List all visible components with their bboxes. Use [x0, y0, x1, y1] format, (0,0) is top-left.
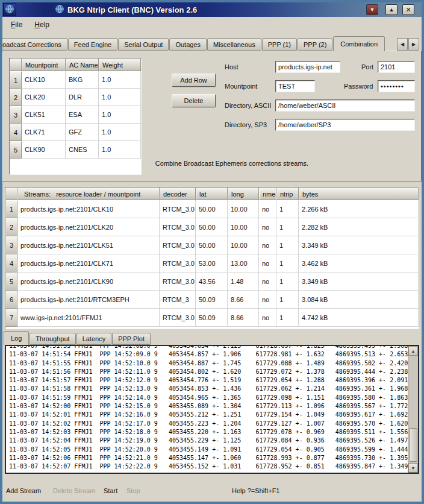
- cell-source: products.igs-ip.net:2101/CLK20: [17, 218, 160, 236]
- column-header-weight[interactable]: Weight: [99, 58, 141, 71]
- column-header-mountpoint[interactable]: Mountpoint: [22, 58, 66, 71]
- scrollbar-thumb[interactable]: [409, 428, 417, 462]
- log-line: 11-03-07 14:51:58 FFMJ1 PPP 14:52:13.0 9…: [9, 385, 408, 393]
- cell-ac-name: GFZ: [66, 124, 99, 141]
- streams-table[interactable]: Streams: resource loader / mountpoint de…: [5, 187, 419, 329]
- combination-panel: Mountpoint AC Name Weight 1 CLK10 BKG 1.…: [2, 51, 422, 181]
- cell-ntrip: 1: [276, 200, 299, 218]
- tab-broadcast-corrections[interactable]: Broadcast Corrections: [0, 38, 67, 51]
- port-input[interactable]: 2101: [378, 61, 415, 73]
- column-header-bytes[interactable]: bytes: [299, 187, 419, 200]
- combination-note: Combine Broadcast Ephemeris corrections …: [111, 160, 352, 167]
- tab-feed-engine[interactable]: Feed Engine: [68, 38, 117, 51]
- host-input[interactable]: products.igs-ip.net: [275, 61, 340, 73]
- tab-log[interactable]: Log: [4, 331, 29, 345]
- close-button[interactable]: ✕: [402, 4, 414, 15]
- table-row[interactable]: 5 CLK90 CNES 1.0: [10, 141, 141, 159]
- table-row[interactable]: 7 www.igs-ip.net:2101/FFMJ1 RTCM_3.0 50.…: [5, 309, 419, 327]
- cell-source: products.igs-ip.net:2101/CLK90: [17, 272, 160, 291]
- combination-table[interactable]: Mountpoint AC Name Weight 1 CLK10 BKG 1.…: [9, 58, 142, 175]
- table-row[interactable]: 5 products.igs-ip.net:2101/CLK90 RTCM_3.…: [5, 272, 419, 291]
- minimize-icon: ▼: [370, 7, 375, 13]
- cell-bytes: 3.462 kB: [299, 254, 419, 272]
- table-row[interactable]: 4 CLK71 GFZ 1.0: [10, 124, 141, 141]
- tab-latency[interactable]: Latency: [76, 333, 112, 345]
- log-line: 11-03-07 14:51:55 FFMJ1 PPP 14:52:10.0 9…: [9, 359, 408, 368]
- cell-weight: 1.0: [99, 89, 141, 106]
- cell-source: products.igs-ip.net:2101/CLK10: [17, 200, 160, 218]
- directory-ascii-input[interactable]: /home/weber/ASCII: [275, 99, 415, 112]
- cell-mountpoint: CLK10: [22, 71, 66, 89]
- minimize-button[interactable]: ▼: [366, 4, 378, 15]
- tab-outages[interactable]: Outages: [169, 38, 207, 51]
- maximize-button[interactable]: ▲: [385, 4, 398, 15]
- add-row-button[interactable]: Add Row: [172, 74, 216, 87]
- system-menu-button[interactable]: [3, 3, 16, 16]
- mountpoint-input[interactable]: TEST: [275, 80, 315, 92]
- table-row[interactable]: 1 CLK10 BKG 1.0: [10, 71, 141, 89]
- cell-decoder: RTCM_3.0: [160, 309, 196, 327]
- add-stream-button[interactable]: Add Stream: [6, 486, 41, 496]
- password-input[interactable]: ••••••••: [378, 80, 415, 92]
- tab-ppp-2[interactable]: PPP (2): [298, 38, 332, 51]
- delete-row-button[interactable]: Delete: [172, 94, 216, 107]
- tab-throughput[interactable]: Throughput: [30, 333, 75, 345]
- log-line: 11-03-07 14:51:56 FFMJ1 PPP 14:52:11.0 9…: [9, 368, 408, 376]
- app-icon: [5, 5, 14, 14]
- column-header-ac-name[interactable]: AC Name: [66, 58, 99, 71]
- column-header-decoder[interactable]: decoder: [160, 187, 196, 200]
- table-row[interactable]: 2 CLK20 DLR 1.0: [10, 89, 141, 106]
- table-row[interactable]: 3 CLK51 ESA 1.0: [10, 106, 141, 124]
- table-row[interactable]: 3 products.igs-ip.net:2101/CLK51 RTCM_3.…: [5, 236, 419, 254]
- log-line: 11-03-07 14:51:57 FFMJ1 PPP 14:52:12.0 9…: [9, 376, 408, 385]
- log-panel[interactable]: 11-03-07 14:51:53 FFMJ1 PPP 14:52:08.0 9…: [5, 345, 419, 474]
- titlebar[interactable]: BKG Ntrip Client (BNC) Version 2.6 ▼ ▲ ✕: [2, 2, 422, 17]
- log-line: 11-03-07 14:52:06 FFMJ1 PPP 14:52:21.0 9…: [9, 454, 408, 462]
- menu-item-file[interactable]: File: [5, 19, 28, 31]
- tab-ppp-plot[interactable]: PPP Plot: [112, 333, 151, 345]
- help-button[interactable]: Help ?=Shift+F1: [232, 486, 280, 496]
- cell-lat: 43.56: [196, 272, 228, 291]
- scroll-up-button[interactable]: ▲: [408, 346, 418, 356]
- log-line: 11-03-07 14:52:05 FFMJ1 PPP 14:52:20.0 9…: [9, 446, 408, 454]
- column-header-lat[interactable]: lat: [196, 187, 228, 200]
- log-line: 11-03-07 14:52:00 FFMJ1 PPP 14:52:15.0 9…: [9, 402, 408, 411]
- table-row[interactable]: 1 products.igs-ip.net:2101/CLK10 RTCM_3.…: [5, 200, 419, 218]
- log-view[interactable]: 11-03-07 14:51:53 FFMJ1 PPP 14:52:08.0 9…: [6, 346, 408, 473]
- column-header-streams[interactable]: Streams: resource loader / mountpoint: [17, 187, 160, 200]
- menu-item-help[interactable]: Help: [28, 19, 55, 31]
- directory-sp3-input[interactable]: /home/weber/SP3: [275, 119, 415, 131]
- cell-long: 8.66: [228, 309, 259, 327]
- tab-combination[interactable]: Combination: [333, 36, 385, 51]
- tab-serial-output[interactable]: Serial Output: [118, 38, 169, 51]
- column-header-nmea[interactable]: nmea: [259, 187, 276, 200]
- cell-source: products.igs-ip.net:2101/RTCM3EPH: [17, 291, 160, 309]
- stop-button: Stop: [126, 486, 140, 496]
- cell-bytes: 4.742 kB: [299, 309, 419, 327]
- table-row[interactable]: 2 products.igs-ip.net:2101/CLK20 RTCM_3.…: [5, 218, 419, 236]
- scroll-down-button[interactable]: ▼: [408, 463, 418, 473]
- log-line: 11-03-07 14:52:01 FFMJ1 PPP 14:52:16.0 9…: [9, 411, 408, 419]
- tab-scroll-left-button[interactable]: ◀: [397, 38, 408, 51]
- cell-decoder: RTCM_3.0: [160, 254, 196, 272]
- cell-lat: 50.09: [196, 291, 228, 309]
- column-header-ntrip[interactable]: ntrip: [276, 187, 299, 200]
- cell-bytes: 2.266 kB: [299, 200, 419, 218]
- cell-ac-name: CNES: [66, 141, 99, 159]
- row-header: 6: [5, 291, 17, 309]
- cell-source: products.igs-ip.net:2101/CLK71: [17, 254, 160, 272]
- titlebar-content: BKG Ntrip Client (BNC) Version 2.6: [55, 2, 197, 17]
- port-label: Port: [361, 61, 373, 73]
- cell-nmea: no: [259, 200, 276, 218]
- tab-miscellaneous[interactable]: Miscellaneous: [207, 38, 261, 51]
- table-row[interactable]: 6 products.igs-ip.net:2101/RTCM3EPH RTCM…: [5, 291, 419, 309]
- tab-scroll-right-button[interactable]: ▶: [408, 38, 419, 51]
- streams-table-header: Streams: resource loader / mountpoint de…: [5, 187, 419, 200]
- start-button[interactable]: Start: [104, 486, 117, 496]
- vertical-scrollbar[interactable]: ▲ ▼: [408, 346, 418, 473]
- column-header-long[interactable]: long: [228, 187, 259, 200]
- tab-ppp-1[interactable]: PPP (1): [262, 38, 297, 51]
- corner-header-cell: [10, 58, 22, 71]
- table-row[interactable]: 4 products.igs-ip.net:2101/CLK71 RTCM_3.…: [5, 254, 419, 272]
- row-header: 1: [10, 71, 22, 89]
